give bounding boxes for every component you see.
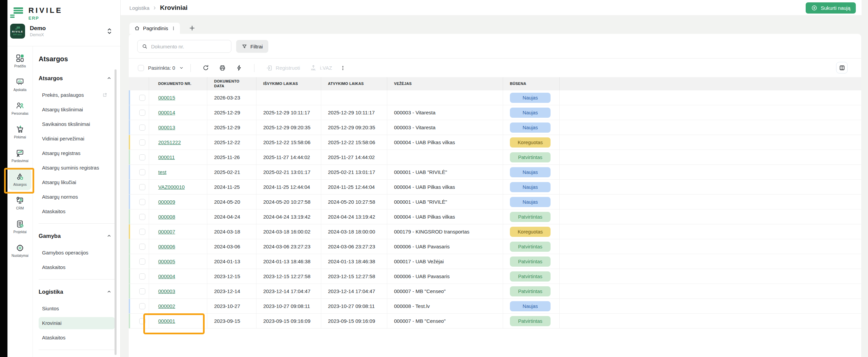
cell-carrier: 000007 - MB "Censeo" xyxy=(387,284,503,298)
sidebar-item-vidiniai-pervezimai[interactable]: Vidiniai pervežimai xyxy=(39,131,115,146)
row-checkbox[interactable] xyxy=(139,259,145,265)
document-link[interactable]: 000013 xyxy=(158,125,175,130)
create-new-button[interactable]: Sukurti naują xyxy=(806,2,856,14)
status-badge: Patvirtintas xyxy=(510,286,551,296)
document-link[interactable]: test xyxy=(158,169,166,175)
cell-carrier: 000006 - UAB Pavasaris xyxy=(387,269,503,284)
tab-menu-icon[interactable] xyxy=(171,26,176,31)
row-checkbox[interactable] xyxy=(139,139,145,146)
chevron-right-icon xyxy=(152,6,157,10)
table-body: 000015 2026-03-23 Naujas 000014 2025-12-… xyxy=(129,90,861,329)
rail-item-atsargos[interactable]: Atsargos xyxy=(9,169,31,190)
sidebar-item-ataskaitos[interactable]: Ataskaitos xyxy=(39,204,115,219)
sidebar-section-header[interactable]: Logistika xyxy=(39,284,120,299)
register-icon xyxy=(266,65,273,71)
rail-item-nustatymai[interactable]: Nustatymai xyxy=(9,239,31,262)
document-link[interactable]: 000003 xyxy=(158,288,175,294)
document-link[interactable]: 000002 xyxy=(158,303,175,309)
status-badge: Patvirtintas xyxy=(510,152,551,162)
sidebar-item-prekes-paslaugos[interactable]: Prekės, paslaugos xyxy=(39,88,115,102)
rail-item-apskaita[interactable]: Apskaita xyxy=(9,73,31,96)
sidebar-section-header[interactable]: Gamyba xyxy=(39,228,120,243)
column-header-busena[interactable]: BŪSENA xyxy=(503,77,560,90)
row-checkbox[interactable] xyxy=(139,244,145,250)
sidebar-scrollbar[interactable] xyxy=(115,69,117,355)
ivaz-button[interactable]: XML i.VAZ xyxy=(310,64,332,72)
filter-button[interactable]: Filtrai xyxy=(236,40,268,53)
rail-item-pirkimai[interactable]: Pirkimai xyxy=(9,120,31,144)
more-actions-button[interactable] xyxy=(340,65,346,71)
cell-departure-time: 2024-05-20 10:27:58 xyxy=(256,195,321,209)
document-link[interactable]: 000005 xyxy=(158,259,175,264)
column-header-atvykimo-laikas[interactable]: ATVYKIMO LAIKAS xyxy=(321,77,387,90)
row-checkbox[interactable] xyxy=(139,273,145,280)
sidebar-menu: Atsargos Atsargos Prekės, paslaugos Atsa… xyxy=(33,46,120,357)
selection-dropdown[interactable]: Pasirinkta: 0 xyxy=(138,65,184,71)
document-link[interactable]: 000011 xyxy=(158,154,175,160)
register-button[interactable]: Registruoti xyxy=(266,65,300,71)
rail-item-pardavimai[interactable]: Pardavimai xyxy=(9,144,31,168)
add-tab-button[interactable] xyxy=(189,25,195,31)
tab-bar: Pagrindinis xyxy=(129,16,195,34)
status-badge: Patvirtintas xyxy=(510,212,551,222)
document-link[interactable]: 000006 xyxy=(158,244,175,249)
quick-actions-button[interactable] xyxy=(233,62,245,73)
row-checkbox[interactable] xyxy=(139,199,145,205)
cell-departure-time: 2024-03-18 16:00:02 xyxy=(256,224,321,239)
row-checkbox[interactable] xyxy=(139,214,145,220)
select-all-checkbox[interactable] xyxy=(138,65,144,71)
document-link[interactable]: 000008 xyxy=(158,214,175,220)
document-link[interactable]: 20251222 xyxy=(158,139,181,145)
row-checkbox[interactable] xyxy=(139,184,145,190)
row-checkbox[interactable] xyxy=(139,303,145,309)
tab-pagrindinis[interactable]: Pagrindinis xyxy=(129,23,180,34)
sidebar-item-siuntos[interactable]: Siuntos xyxy=(39,301,115,316)
column-header-checkbox[interactable] xyxy=(129,77,149,90)
rail-item-personalas[interactable]: Personalas xyxy=(9,96,31,120)
document-link[interactable]: 000014 xyxy=(158,110,175,115)
document-link[interactable]: 000004 xyxy=(158,273,175,279)
sidebar-item-ataskaitos[interactable]: Ataskaitos xyxy=(39,330,115,345)
rail-item-crm[interactable]: CRM xyxy=(9,191,31,215)
row-checkbox[interactable] xyxy=(139,288,145,294)
cell-carrier: 000007 - MB "Censeo" xyxy=(387,314,503,328)
sidebar-item-gamybos-operacijos[interactable]: Gamybos operacijos xyxy=(39,245,115,260)
sidebar-item-atsargu-tikslinimai[interactable]: Atsargų tikslinimai xyxy=(39,102,115,117)
document-link[interactable]: 000015 xyxy=(158,95,175,101)
rail-item-projektai[interactable]: Projektai xyxy=(9,215,31,239)
sidebar-item-atsargu-normos[interactable]: Atsargų normos xyxy=(39,189,115,204)
print-button[interactable] xyxy=(217,62,228,73)
search-input[interactable] xyxy=(137,40,231,53)
sidebar-item-atsargu-likuciai[interactable]: Atsargų likučiai xyxy=(39,175,115,189)
workspace-switch-icon[interactable] xyxy=(107,28,112,35)
document-link[interactable]: 000009 xyxy=(158,199,175,205)
row-checkbox[interactable] xyxy=(139,110,145,116)
column-header-vezejas[interactable]: VEŽĖJAS xyxy=(387,77,503,90)
sidebar-section-header[interactable]: Atsargos xyxy=(39,71,120,86)
row-checkbox[interactable] xyxy=(139,125,145,131)
sidebar-item-atsargu-registras[interactable]: Atsargų registras xyxy=(39,146,115,160)
sidebar-item-savikainos-tikslinimai[interactable]: Savikainos tikslinimai xyxy=(39,117,115,131)
sidebar-item-atsargu-suminis-registras[interactable]: Atsargų suminis registras xyxy=(39,160,115,175)
sidebar-item-kroviniai[interactable]: Kroviniai xyxy=(39,317,115,329)
page-header: Logistika Kroviniai Sukurti naują xyxy=(121,0,862,16)
document-link[interactable]: 000007 xyxy=(158,229,175,235)
column-header-dokumento-nr[interactable]: DOKUMENTO NR. xyxy=(149,77,207,90)
row-checkbox[interactable] xyxy=(139,169,145,175)
sidebar-item-ataskaitos[interactable]: Ataskaitos xyxy=(39,260,115,274)
column-settings-button[interactable] xyxy=(836,62,848,73)
refresh-button[interactable] xyxy=(200,62,211,73)
row-checkbox[interactable] xyxy=(139,95,145,101)
row-checkbox[interactable] xyxy=(139,229,145,235)
document-link[interactable]: VAZ000010 xyxy=(158,184,185,190)
table-row: 000007 2024-03-18 2024-03-18 16:00:02 20… xyxy=(129,224,861,239)
column-header-dokumento-data[interactable]: DOKUMENTO DATA xyxy=(207,77,256,90)
breadcrumb-parent[interactable]: Logistika xyxy=(129,5,149,11)
column-header-isvykimo-laikas[interactable]: IŠVYKIMO LAIKAS xyxy=(256,77,321,90)
document-link[interactable]: 000001 xyxy=(158,318,175,324)
rail-item-pradzia[interactable]: Pradžia xyxy=(9,49,31,73)
workspace-selector[interactable]: RIVILE ERP demo Demo DemoX xyxy=(10,24,117,39)
row-checkbox[interactable] xyxy=(139,154,145,160)
cell-document-date: 2023-12-14 xyxy=(207,284,256,298)
row-checkbox[interactable] xyxy=(139,318,145,324)
